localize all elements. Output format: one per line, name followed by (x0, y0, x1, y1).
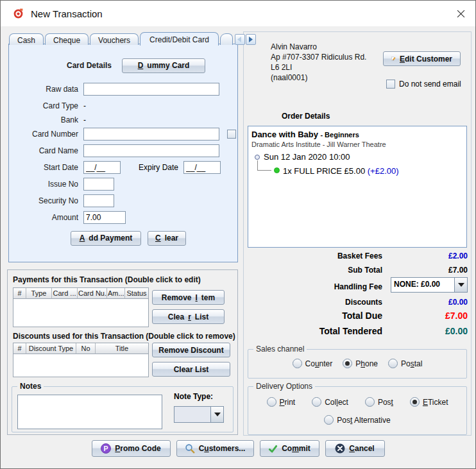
tab-cheque[interactable]: Cheque (45, 33, 89, 45)
raw-data-label: Raw data (9, 85, 78, 94)
tab-vouchers[interactable]: Vouchers (90, 33, 139, 45)
radio-print[interactable]: Print (267, 397, 296, 407)
customer-name: Alvin Navarro (271, 42, 317, 51)
note-type-label: Note Type: (174, 392, 213, 401)
sub-total-label: Sub Total (348, 266, 382, 275)
tab-cash[interactable]: Cash (9, 33, 44, 45)
tab-scroll-right-icon[interactable] (246, 34, 256, 45)
promo-icon: P (101, 443, 111, 454)
eticket-radio-icon[interactable] (410, 397, 420, 407)
pencil-icon (391, 54, 396, 64)
card-number-input[interactable] (83, 128, 219, 141)
total-due-row: Total Due £7.00 (244, 311, 468, 323)
discounts-table-header: # Discount Type No Title (13, 343, 148, 354)
basket-fees-value: £2.00 (448, 252, 468, 260)
basket-fees-row: Basket Fees £2.00 (244, 252, 468, 262)
session-node[interactable]: Sun 12 Jan 2020 10:00 (264, 152, 350, 162)
discounts-table[interactable]: # Discount Type No Title (13, 343, 149, 377)
post-radio-icon[interactable] (365, 397, 375, 407)
discounts-row: Discounts £0.00 (244, 298, 468, 308)
card-number-label: Card Number (9, 130, 78, 139)
do-not-send-email-option[interactable]: Do not send email (386, 80, 461, 89)
customer-reference: (naal0001) (271, 73, 307, 82)
sales-channel-group: Sales channel Counter Phone Postal (248, 349, 467, 379)
post-alternative-radio-icon[interactable] (324, 415, 334, 425)
do-not-send-email-checkbox[interactable] (386, 80, 395, 89)
remove-discount-button[interactable]: Remove Discount (152, 343, 230, 357)
notes-textarea[interactable] (17, 395, 162, 429)
handling-fee-value[interactable]: NONE: £0.00 (391, 278, 454, 292)
close-icon[interactable] (446, 1, 475, 26)
discounts-title: Discounts used for this Transaction (Dou… (13, 332, 235, 341)
tab-stub (220, 33, 233, 45)
customers-button[interactable]: Customers... (176, 440, 254, 457)
clear-payments-button[interactable]: Clear List (152, 309, 225, 324)
start-date-input[interactable] (83, 161, 121, 174)
security-no-input[interactable] (83, 194, 114, 207)
tree-expand-icon[interactable] (255, 155, 260, 160)
radio-phone[interactable]: Phone (343, 359, 378, 368)
discounts-total-value: £0.00 (448, 298, 468, 307)
customer-postcode: L6 2LI (271, 63, 292, 72)
amount-input[interactable] (83, 211, 126, 224)
commit-button[interactable]: Commit (260, 440, 319, 457)
tab-credit-debit-card[interactable]: Credit/Debit Card (140, 32, 219, 46)
sales-channel-legend: Sales channel (253, 345, 307, 354)
delivery-options-group: Delivery Options Print Collect Post (248, 386, 467, 435)
payments-table-header: # Type Card ... Card Nu... Am... Status (13, 288, 148, 299)
counter-radio-icon[interactable] (293, 359, 302, 368)
clear-discounts-button[interactable]: Clear List (152, 362, 230, 377)
remove-item-button[interactable]: Remove Item (152, 290, 225, 305)
notes-legend: Notes (17, 382, 44, 391)
postal-radio-icon[interactable] (388, 359, 398, 368)
print-radio-icon[interactable] (267, 397, 276, 407)
note-type-value[interactable] (174, 407, 210, 422)
event-title: Dance with Baby (251, 130, 318, 139)
dummy-card-button[interactable]: Dummy Card (122, 58, 205, 73)
ticket-text: 1x FULL PRICE £5.00 (283, 166, 365, 176)
phone-radio-icon[interactable] (343, 359, 352, 368)
radio-eticket[interactable]: ETicket (410, 397, 448, 407)
raw-data-input[interactable] (83, 83, 219, 96)
issue-no-label: Issue No (9, 180, 78, 189)
total-tendered-value: £0.00 (445, 326, 468, 336)
total-due-label: Total Due (342, 311, 382, 321)
notes-group: Notes Note Type: (12, 386, 234, 432)
add-payment-button[interactable]: Add Payment (71, 231, 141, 246)
tree-connector (257, 160, 271, 171)
credit-debit-card-panel: Card Details Dummy Card Raw data Card Ty… (8, 44, 238, 262)
payments-table[interactable]: # Type Card ... Card Nu... Am... Status (13, 287, 149, 327)
issue-no-input[interactable] (83, 178, 114, 191)
ticket-node[interactable]: 1x FULL PRICE £5.00 (+£2.00) (283, 166, 399, 176)
amount-label: Amount (9, 213, 78, 222)
promo-code-button[interactable]: P Promo Code (92, 440, 171, 457)
note-type-combo[interactable] (174, 406, 224, 423)
check-icon (268, 444, 278, 454)
note-type-dropdown-icon[interactable] (210, 407, 223, 422)
edit-customer-button[interactable]: Edit Customer (383, 51, 461, 66)
radio-counter[interactable]: Counter (293, 359, 333, 368)
do-not-send-email-label[interactable]: Do not send email (399, 80, 461, 89)
new-transaction-dialog: New Transaction Cash Cheque Vouchers Cre… (0, 0, 476, 469)
card-name-input[interactable] (83, 144, 219, 157)
order-details-tree[interactable]: Dance with Baby - Beginners Dramatic Art… (248, 126, 467, 248)
radio-post[interactable]: Post (365, 397, 393, 407)
card-number-checkbox[interactable] (227, 130, 236, 139)
handling-fee-combo[interactable]: NONE: £0.00 (391, 277, 468, 293)
payments-title: Payments for this Transaction (Double cl… (13, 275, 201, 284)
cancel-button[interactable]: Cancel (325, 440, 385, 457)
radio-postal[interactable]: Postal (388, 359, 422, 368)
total-tendered-row: Total Tendered £0.00 (244, 326, 468, 339)
tab-scroll-left-icon[interactable] (235, 34, 245, 45)
order-details-label: Order Details (282, 112, 330, 121)
start-date-label: Start Date (9, 163, 78, 172)
handling-fee-dropdown-icon[interactable] (454, 278, 467, 292)
expiry-date-input[interactable] (183, 161, 221, 174)
radio-collect[interactable]: Collect (312, 397, 348, 407)
sub-total-value: £7.00 (448, 266, 468, 275)
collect-radio-icon[interactable] (312, 397, 321, 407)
cancel-icon (335, 443, 345, 454)
clear-card-button[interactable]: Clear (148, 231, 186, 246)
radio-post-alternative[interactable]: Post Alternative (324, 415, 390, 425)
card-type-label: Card Type (9, 101, 78, 110)
